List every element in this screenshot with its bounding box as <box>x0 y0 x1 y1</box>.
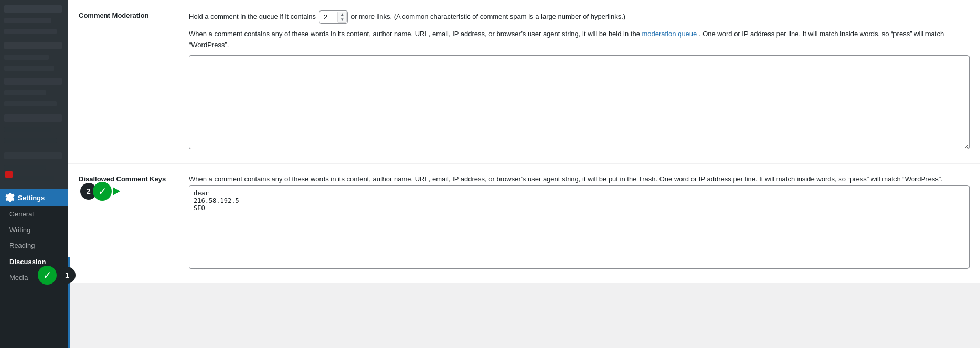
comment-moderation-row: Comment Moderation Hold a comment in the… <box>68 0 980 164</box>
moderation-description: When a comment contains any of these wor… <box>189 29 970 51</box>
disallowed-description: When a comment contains any of these wor… <box>189 174 970 185</box>
sidebar: Settings General Writing Reading Discuss… <box>0 0 68 348</box>
links-inline-group: Hold a comment in the queue if it contai… <box>189 10 970 24</box>
sidebar-item-media[interactable]: Media <box>0 270 68 286</box>
disallowed-comment-keys-row: Disallowed Comment Keys When a comment c… <box>68 164 980 284</box>
links-number-wrapper: ▲ ▼ <box>319 10 348 24</box>
sidebar-settings-item[interactable]: Settings <box>0 189 68 206</box>
intro-text-after: or more links. (A common characteristic … <box>351 12 625 23</box>
sidebar-item-general[interactable]: General <box>0 206 68 222</box>
sidebar-item-discussion[interactable]: Discussion <box>0 254 68 270</box>
sidebar-top-blurred <box>0 0 68 189</box>
intro-text-before: Hold a comment in the queue if it contai… <box>189 12 316 23</box>
disallowed-keys-control: When a comment contains any of these wor… <box>189 174 980 273</box>
sidebar-settings-label: Settings <box>18 194 45 202</box>
sidebar-menu: General Writing Reading Discussion Media <box>0 206 68 286</box>
comment-moderation-textarea[interactable] <box>189 55 970 149</box>
comment-moderation-control: Hold a comment in the queue if it contai… <box>189 10 980 153</box>
links-spinner-down[interactable]: ▼ <box>337 17 347 23</box>
sidebar-item-writing[interactable]: Writing <box>0 222 68 238</box>
moderation-queue-link[interactable]: moderation queue <box>642 30 697 38</box>
links-spinner-up[interactable]: ▲ <box>337 12 347 17</box>
comment-moderation-label: Comment Moderation <box>68 10 189 153</box>
disallowed-keys-textarea[interactable]: dear 216.58.192.5 SEO <box>189 185 970 269</box>
sidebar-item-reading[interactable]: Reading <box>0 238 68 254</box>
gear-icon <box>5 193 15 202</box>
main-content: Comment Moderation Hold a comment in the… <box>68 0 980 348</box>
sidebar-settings-section[interactable]: Settings <box>0 189 68 206</box>
links-spinner: ▲ ▼ <box>337 12 347 23</box>
disallowed-keys-label: Disallowed Comment Keys <box>68 174 189 273</box>
